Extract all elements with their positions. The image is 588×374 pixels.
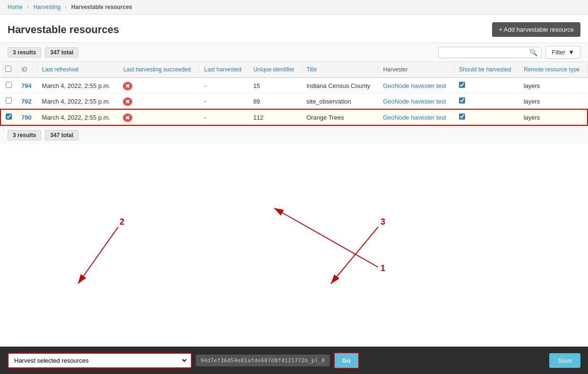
svg-text:1: 1 xyxy=(380,263,385,273)
page-title: Harvestable resources xyxy=(8,24,119,36)
row-id: 794 xyxy=(17,78,37,94)
harvester-link[interactable]: GeoNode havester test xyxy=(383,82,446,89)
breadcrumb: Home › Harvesting › Harvestable resource… xyxy=(0,0,588,15)
row-harvester: GeoNode havester test xyxy=(378,109,454,125)
col-last-harvesting-succeeded: Last harvesting succeeded xyxy=(118,62,199,78)
row-last-refreshed: March 4, 2022, 2:55 p.m. xyxy=(37,94,119,110)
results-count-badge: 3 results xyxy=(8,47,41,58)
should-be-harvested-checkbox[interactable] xyxy=(459,113,465,120)
col-last-harvested: Last harvested xyxy=(199,62,248,78)
breadcrumb-current: Harvestable resources xyxy=(71,4,132,10)
row-id: 792 xyxy=(17,94,37,110)
svg-line-1 xyxy=(274,208,378,267)
col-harvester: Harvester xyxy=(378,62,454,78)
row-remote-resource-type: layers xyxy=(519,78,588,94)
row-checkbox[interactable] xyxy=(6,82,12,88)
table-container: ID Last refreshed Last harvesting succee… xyxy=(0,62,588,126)
row-should-be-harvested xyxy=(454,109,519,125)
bottom-total-count: 347 total xyxy=(45,130,78,140)
page-header: Harvestable resources + Add harvestable … xyxy=(0,15,588,43)
svg-line-3 xyxy=(78,227,118,284)
col-id: ID xyxy=(17,62,37,78)
table-row: 794March 4, 2022, 2:55 p.m.✖-15Indiana C… xyxy=(0,78,588,94)
add-harvestable-resource-button[interactable]: + Add harvestable resource xyxy=(492,22,580,37)
row-last-harvested: - xyxy=(199,109,248,125)
row-id: 790 xyxy=(17,109,37,125)
col-last-refreshed: Last refreshed xyxy=(37,62,119,78)
csrf-token-display: 94d7ef36d54e81afde607d8fd121772b_pl_0 xyxy=(196,355,330,366)
col-unique-identifier: Unique identifier xyxy=(249,62,302,78)
col-should-be-harvested: Should be harvested xyxy=(454,62,519,78)
row-remote-resource-type: layers xyxy=(519,109,588,125)
search-input[interactable] xyxy=(442,49,527,56)
row-unique-identifier: 89 xyxy=(249,94,302,110)
breadcrumb-home[interactable]: Home xyxy=(8,4,23,10)
chevron-down-icon: ▼ xyxy=(568,49,574,56)
harvester-link[interactable]: GeoNode havester test xyxy=(383,98,446,105)
row-last-harvesting-succeeded: ✖ xyxy=(118,94,199,110)
row-last-refreshed: March 4, 2022, 2:55 p.m. xyxy=(37,78,119,94)
row-checkbox[interactable] xyxy=(6,97,12,104)
row-id-link[interactable]: 794 xyxy=(21,82,32,89)
action-select[interactable]: Harvest selected resources Delete select… xyxy=(11,355,188,366)
go-button[interactable]: Go xyxy=(334,352,359,369)
table-row: 790March 4, 2022, 2:55 p.m.✖-112Orange T… xyxy=(0,109,588,125)
harvester-link[interactable]: GeoNode havester test xyxy=(383,114,446,121)
harvestable-resources-table: ID Last refreshed Last harvesting succee… xyxy=(0,62,588,126)
svg-text:3: 3 xyxy=(380,217,385,226)
error-icon: ✖ xyxy=(123,113,132,122)
row-checkbox[interactable] xyxy=(6,113,12,120)
row-last-harvesting-succeeded: ✖ xyxy=(118,78,199,94)
row-checkbox-cell xyxy=(0,94,17,110)
row-unique-identifier: 15 xyxy=(249,78,302,94)
error-icon: ✖ xyxy=(123,97,132,106)
svg-text:2: 2 xyxy=(120,217,124,226)
search-icon: 🔍 xyxy=(529,49,537,56)
search-box: 🔍 xyxy=(438,47,542,58)
row-title: site_observation xyxy=(302,94,378,110)
row-harvester: GeoNode havester test xyxy=(378,94,454,110)
footer-bar: Harvest selected resources Delete select… xyxy=(0,347,588,374)
table-row: 792March 4, 2022, 2:55 p.m.✖-89site_obse… xyxy=(0,94,588,110)
row-title: Indiana Census County xyxy=(302,78,378,94)
breadcrumb-harvesting[interactable]: Harvesting xyxy=(34,4,61,10)
row-id-link[interactable]: 790 xyxy=(21,114,32,121)
row-last-harvested: - xyxy=(199,94,248,110)
should-be-harvested-checkbox[interactable] xyxy=(459,97,465,104)
annotation-area: 1 2 3 xyxy=(0,144,588,310)
row-should-be-harvested xyxy=(454,94,519,110)
row-checkbox-cell xyxy=(0,78,17,94)
row-id-link[interactable]: 792 xyxy=(21,98,32,105)
row-title: Orange Trees xyxy=(302,109,378,125)
col-remote-resource-type: Remote resource type xyxy=(519,62,588,78)
filter-label: Filter xyxy=(552,49,565,56)
row-harvester: GeoNode havester test xyxy=(378,78,454,94)
row-remote-resource-type: layers xyxy=(519,94,588,110)
table-header-row: ID Last refreshed Last harvesting succee… xyxy=(0,62,588,78)
row-last-refreshed: March 4, 2022, 2:55 p.m. xyxy=(37,109,119,125)
breadcrumb-sep-2: › xyxy=(65,4,67,10)
annotation-arrows: 1 2 3 xyxy=(0,144,588,310)
save-button[interactable]: Save xyxy=(549,353,580,368)
bottom-results-row: 3 results 347 total xyxy=(0,126,588,144)
action-select-wrapper: Harvest selected resources Delete select… xyxy=(8,353,192,368)
col-checkbox xyxy=(0,62,17,78)
row-last-harvested: - xyxy=(199,78,248,94)
breadcrumb-sep-1: › xyxy=(27,4,29,10)
row-checkbox-cell xyxy=(0,109,17,125)
col-title: Title xyxy=(302,62,378,78)
error-icon: ✖ xyxy=(123,82,132,90)
select-all-checkbox[interactable] xyxy=(5,66,11,72)
toolbar-row: 3 results 347 total 🔍 Filter ▼ xyxy=(0,43,588,62)
row-should-be-harvested xyxy=(454,78,519,94)
filter-button[interactable]: Filter ▼ xyxy=(545,46,580,59)
svg-line-5 xyxy=(331,227,378,284)
should-be-harvested-checkbox[interactable] xyxy=(459,82,465,88)
row-unique-identifier: 112 xyxy=(249,109,302,125)
row-last-harvesting-succeeded: ✖ xyxy=(118,109,199,125)
total-count-badge: 347 total xyxy=(45,47,78,58)
bottom-results-count: 3 results xyxy=(8,130,41,140)
